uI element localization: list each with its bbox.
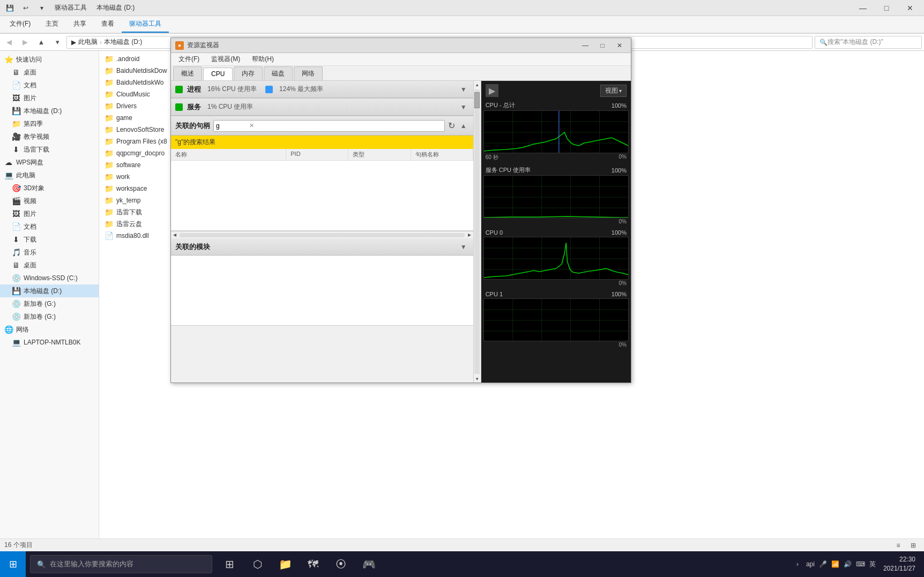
maximize-button[interactable]: □ (875, 0, 898, 16)
nav-recent-button[interactable]: ▾ (50, 35, 64, 49)
grid-view-button[interactable]: ⊞ (907, 540, 920, 551)
taskbar-right: › api 🎤 📶 🔊 ⌨ 英 22:30 2021/11/27 (796, 555, 924, 573)
handles-search-clear-icon[interactable]: ✕ (249, 122, 254, 129)
sidebar-item-music[interactable]: 🎵 音乐 (0, 246, 99, 259)
h-scroll-right-button[interactable]: ▶ (466, 231, 473, 239)
taskbar-input-icon[interactable]: ⌨ (856, 560, 865, 568)
resmon-body: 进程 16% CPU 使用率 124% 最大频率 ▼ 服务 (171, 81, 631, 383)
title-bar-left: 💾 ↩ ▾ 驱动器工具 本地磁盘 (D:) (2, 2, 851, 14)
view-button[interactable]: 视图 ▾ (600, 85, 627, 97)
v-scroll-up-button[interactable]: ▲ (473, 81, 481, 88)
resmon-tab-cpu[interactable]: CPU (203, 68, 233, 80)
services-expand-button[interactable]: ▼ (458, 102, 469, 113)
sidebar-item-pics[interactable]: 🖼 图片 (0, 207, 99, 220)
taskbar-mic-icon[interactable]: 🎤 (819, 560, 827, 568)
folder-icon: 📁 (12, 119, 20, 128)
sidebar-item-season4[interactable]: 📁 第四季 (0, 117, 99, 130)
sidebar-item-this-pc[interactable]: 💻 此电脑 (0, 169, 99, 182)
resmon-maximize-button[interactable]: □ (595, 40, 609, 51)
resmon-modules-header[interactable]: 关联的模块 ▼ (171, 238, 473, 256)
search-box[interactable]: 🔍 搜索"本地磁盘 (D:)" (815, 36, 922, 49)
ribbon-tab-share[interactable]: 共享 (66, 16, 94, 33)
taskbar-network-icon[interactable]: 📶 (831, 560, 839, 568)
taskbar-task-view[interactable]: ⊞ (217, 551, 242, 577)
resmon-menu-file[interactable]: 文件(F) (173, 54, 205, 65)
sidebar-item-documents[interactable]: 📄 文档 (0, 79, 99, 92)
taskbar-explorer[interactable]: 📁 (272, 551, 298, 577)
handles-search-refresh-icon[interactable]: ↻ (448, 121, 455, 131)
handles-search-box[interactable]: ✕ (213, 120, 445, 132)
taskbar-clock[interactable]: 22:30 2021/11/27 (883, 555, 920, 573)
taskbar-app5[interactable]: ⦿ (328, 551, 354, 577)
vertical-scrollbar: ▲ ▼ (473, 81, 481, 383)
ribbon-tab-view[interactable]: 查看 (94, 16, 122, 33)
sidebar-item-local-disk[interactable]: 💾 本地磁盘 (D:) (0, 104, 99, 117)
ribbon-tab-drive-tools[interactable]: 驱动器工具 (122, 16, 169, 33)
sidebar-item-wps-cloud[interactable]: ☁ WPS网盘 (0, 156, 99, 169)
resmon-menu-help[interactable]: 帮助(H) (247, 54, 279, 65)
v-scroll-track[interactable] (474, 89, 480, 374)
resmon-minimize-button[interactable]: — (578, 40, 592, 51)
graph-expand-icon[interactable]: ▶ (486, 84, 498, 97)
processes-expand-button[interactable]: ▼ (458, 84, 469, 95)
sidebar-item-docs[interactable]: 📄 文档 (0, 220, 99, 233)
resmon-tab-disk[interactable]: 磁盘 (264, 66, 293, 80)
ribbon-tab-file[interactable]: 文件(F) (2, 16, 38, 33)
resmon-close-button[interactable]: ✕ (613, 40, 627, 51)
sidebar-item-local-disk-active[interactable]: 💾 本地磁盘 (D:) (0, 284, 99, 297)
undo-btn[interactable]: ↩ (18, 2, 33, 14)
view-label: 视图 (605, 86, 618, 95)
breadcrumb-pc[interactable]: 此电脑 (78, 38, 98, 47)
sidebar-item-videos[interactable]: 🎬 视频 (0, 194, 99, 207)
close-button[interactable]: ✕ (898, 0, 922, 16)
save-btn[interactable]: 💾 (2, 2, 17, 14)
sidebar-item-3d[interactable]: 🎯 3D对象 (0, 182, 99, 194)
sidebar-item-thunder-download[interactable]: ⬇ 迅雷下载 (0, 143, 99, 156)
v-scroll-down-button[interactable]: ▼ (473, 375, 481, 383)
resmon-menu-monitor[interactable]: 监视器(M) (206, 54, 245, 65)
sidebar-item-pictures[interactable]: 🖼 图片 (0, 92, 99, 104)
sidebar-item-desktop2[interactable]: 🖥 桌面 (0, 259, 99, 272)
minimize-button[interactable]: — (851, 0, 875, 16)
sidebar-item-quick-access[interactable]: ⭐ 快速访问 (0, 53, 99, 66)
3d-icon: 🎯 (12, 184, 20, 192)
nav-up-button[interactable]: ▲ (34, 35, 48, 49)
list-view-button[interactable]: ≡ (892, 540, 905, 551)
sidebar-item-laptop[interactable]: 💻 LAPTOP-NMTLB0K (0, 336, 99, 349)
sidebar-item-downloads[interactable]: ⬇ 下载 (0, 233, 99, 246)
nav-back-button[interactable]: ◀ (2, 35, 16, 49)
taskbar-search-box[interactable]: 🔍 在这里输入你要搜索的内容 (30, 555, 212, 573)
taskbar-volume-icon[interactable]: 🔊 (844, 560, 852, 568)
h-scroll-left-button[interactable]: ◀ (171, 231, 178, 239)
taskbar-app6[interactable]: 🎮 (356, 551, 382, 577)
resmon-tab-network[interactable]: 网络 (294, 66, 323, 80)
taskbar-lang-label[interactable]: 英 (869, 560, 876, 569)
start-button[interactable]: ⊞ (0, 551, 26, 577)
resmon-tab-overview[interactable]: 概述 (173, 66, 202, 80)
quick-access-dropdown[interactable]: ▾ (34, 2, 49, 14)
service-cpu-graph: 服务 CPU 使用率 100% (483, 165, 629, 225)
nav-forward-button[interactable]: ▶ (18, 35, 32, 49)
sidebar-item-network[interactable]: 🌐 网络 (0, 323, 99, 336)
ribbon-tab-home[interactable]: 主页 (38, 16, 66, 33)
breadcrumb-drive[interactable]: 本地磁盘 (D:) (104, 38, 142, 47)
modules-expand-button[interactable]: ▼ (458, 242, 469, 252)
horizontal-scrollbar[interactable]: ◀ ▶ (171, 231, 473, 238)
resmon-tab-memory[interactable]: 内存 (234, 66, 263, 80)
resmon-handles-header[interactable]: 关联的句柄 ✕ ↻ ▲ (171, 116, 473, 136)
taskbar-chevron[interactable]: › (796, 560, 799, 568)
v-scroll-thumb[interactable] (474, 92, 480, 108)
sidebar-item-desktop[interactable]: 🖥 桌面 (0, 66, 99, 79)
handles-search-input[interactable] (216, 122, 248, 130)
sidebar-item-new-vol-g1[interactable]: 💿 新加卷 (G:) (0, 297, 99, 310)
sidebar-item-new-vol-g2[interactable]: 💿 新加卷 (G:) (0, 310, 99, 323)
taskbar-edge[interactable]: ⬡ (244, 551, 270, 577)
resmon-processes-header[interactable]: 进程 16% CPU 使用率 124% 最大频率 ▼ (171, 81, 473, 98)
sidebar-item-tutorial-videos[interactable]: 🎥 教学视频 (0, 130, 99, 143)
resmon-services-header[interactable]: 服务 1% CPU 使用率 ▼ (171, 99, 473, 116)
handles-expand-button[interactable]: ▲ (458, 121, 469, 131)
h-scroll-track[interactable] (180, 233, 465, 237)
sidebar-item-windows-ssd[interactable]: 💿 Windows-SSD (C:) (0, 272, 99, 284)
taskbar-maps[interactable]: 🗺 (300, 551, 326, 577)
file-name: CloudMusic (116, 91, 150, 98)
